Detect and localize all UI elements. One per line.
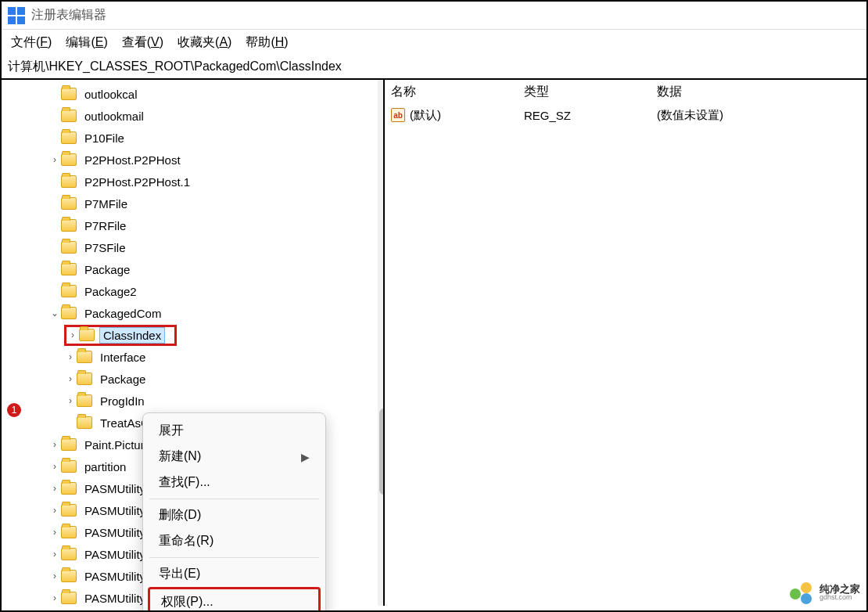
context-menu: 展开 新建(N)▶ 查找(F)... 删除(D) 重命名(R) 导出(E) 权限…	[142, 412, 326, 612]
folder-icon	[61, 504, 77, 517]
chevron-right-icon: ›	[48, 220, 61, 231]
folder-icon	[61, 592, 77, 604]
tree-item[interactable]: ›P7MFile	[2, 193, 375, 214]
tree-item[interactable]: ›outlookmail	[2, 105, 375, 127]
chevron-right-icon[interactable]: ›	[48, 461, 61, 472]
col-data[interactable]: 数据	[657, 84, 860, 100]
cm-new[interactable]: 新建(N)▶	[148, 444, 321, 470]
tree-item-label: PASMUtility	[81, 503, 149, 518]
window-title: 注册表编辑器	[31, 7, 106, 23]
cm-find[interactable]: 查找(F)...	[148, 470, 321, 495]
content-split: ›outlookcal›outlookmail›P10File›P2PHost.…	[2, 80, 866, 606]
tree-item[interactable]: ›Package	[2, 258, 375, 280]
tree-item[interactable]: ›P10File	[2, 127, 375, 149]
tree-item-label: outlookmail	[81, 109, 147, 124]
value-type: REG_SZ	[524, 109, 657, 122]
folder-icon	[61, 175, 77, 188]
folder-icon	[61, 285, 77, 297]
tree-item-label: PackagedCom	[81, 306, 164, 321]
folder-icon	[61, 88, 77, 100]
cm-separator	[149, 557, 319, 558]
menu-bar: 文件(F) 编辑(E) 查看(V) 收藏夹(A) 帮助(H)	[2, 30, 866, 56]
regedit-icon	[8, 7, 25, 24]
cm-delete[interactable]: 删除(D)	[148, 502, 321, 528]
cm-permissions[interactable]: 权限(P)...	[148, 587, 321, 612]
menu-view[interactable]: 查看(V)	[122, 34, 163, 51]
col-name[interactable]: 名称	[391, 84, 524, 100]
tree-item[interactable]: ›P2PHost.P2PHost	[2, 149, 375, 171]
annotation-badge-1: 1	[7, 403, 21, 417]
value-name: (默认)	[410, 108, 441, 123]
tree-item[interactable]: ›P2PHost.P2PHost.1	[2, 171, 375, 193]
tree-item[interactable]: ›P7RFile	[2, 214, 375, 236]
chevron-right-icon: ›	[48, 242, 61, 253]
chevron-right-icon: ▶	[301, 451, 310, 463]
menu-file[interactable]: 文件(F)	[11, 34, 52, 51]
vertical-scrollbar[interactable]	[378, 80, 385, 606]
folder-icon	[61, 263, 77, 275]
tree-item-label: P7MFile	[81, 196, 131, 211]
folder-icon	[61, 153, 77, 166]
list-pane: 名称 类型 数据 ab (默认) REG_SZ (数值未设置)	[385, 80, 866, 606]
address-path: 计算机\HKEY_CLASSES_ROOT\PackagedCom\ClassI…	[8, 59, 342, 73]
tree-item-label: P7RFile	[81, 218, 129, 233]
chevron-right-icon[interactable]: ›	[64, 373, 77, 384]
folder-icon	[61, 438, 77, 451]
tree-item[interactable]: ›Package2	[2, 280, 375, 302]
chevron-right-icon[interactable]: ›	[48, 439, 61, 450]
tree-item-label: P2PHost.P2PHost	[81, 153, 184, 167]
chevron-right-icon: ›	[48, 110, 61, 121]
menu-edit[interactable]: 编辑(E)	[66, 34, 107, 51]
folder-icon	[61, 197, 77, 210]
chevron-right-icon: ›	[48, 286, 61, 297]
tree-item[interactable]: ›ClassIndex	[2, 324, 375, 346]
menu-favorites[interactable]: 收藏夹(A)	[178, 34, 231, 51]
tree-item-label: Interface	[97, 350, 149, 365]
folder-icon	[77, 394, 92, 407]
folder-icon	[61, 460, 77, 473]
chevron-right-icon[interactable]: ›	[64, 351, 77, 362]
list-row[interactable]: ab (默认) REG_SZ (数值未设置)	[385, 103, 866, 127]
chevron-right-icon: ›	[64, 417, 77, 428]
address-bar[interactable]: 计算机\HKEY_CLASSES_ROOT\PackagedCom\ClassI…	[2, 56, 866, 80]
tree-item-label: Package	[81, 262, 133, 277]
tree-item-label: Package	[97, 372, 149, 387]
chevron-right-icon[interactable]: ›	[48, 505, 61, 516]
list-header: 名称 类型 数据	[385, 80, 866, 103]
tree-item[interactable]: ›ProgIdIn	[2, 390, 375, 412]
tree-item-label: PASMUtility	[81, 481, 149, 496]
chevron-right-icon[interactable]: ›	[48, 592, 61, 603]
folder-icon	[61, 110, 77, 122]
tree-item[interactable]: ›outlookcal	[2, 83, 375, 105]
folder-icon	[61, 131, 77, 144]
scrollbar-thumb[interactable]	[379, 409, 385, 495]
watermark-url: gdhst.com	[820, 594, 860, 601]
menu-help[interactable]: 帮助(H)	[246, 34, 288, 51]
tree-item[interactable]: ›Package	[2, 368, 375, 390]
cm-expand[interactable]: 展开	[148, 418, 321, 444]
chevron-right-icon[interactable]: ›	[48, 483, 61, 494]
value-data: (数值未设置)	[657, 108, 860, 123]
tree-item-label: partition	[81, 459, 129, 474]
tree-item[interactable]: ›Interface	[2, 346, 375, 368]
chevron-down-icon[interactable]: ⌄	[48, 308, 61, 319]
tree-item[interactable]: ⌄PackagedCom	[2, 302, 375, 324]
chevron-right-icon[interactable]: ›	[66, 329, 79, 340]
cm-rename[interactable]: 重命名(R)	[148, 528, 321, 554]
chevron-right-icon[interactable]: ›	[48, 154, 61, 165]
chevron-right-icon[interactable]: ›	[64, 395, 77, 406]
cm-export[interactable]: 导出(E)	[148, 561, 321, 587]
chevron-right-icon[interactable]: ›	[48, 571, 61, 581]
tree-item-label: PASMUtility	[81, 525, 149, 540]
cm-separator	[149, 499, 319, 499]
chevron-right-icon[interactable]: ›	[48, 527, 61, 538]
col-type[interactable]: 类型	[524, 84, 657, 100]
tree-item[interactable]: ›P7SFile	[2, 236, 375, 258]
chevron-right-icon: ›	[48, 264, 61, 275]
tree-item-label: PASMUtility	[81, 547, 149, 562]
title-bar: 注册表编辑器	[2, 2, 866, 30]
chevron-right-icon: ›	[48, 176, 61, 187]
chevron-right-icon[interactable]: ›	[48, 549, 61, 560]
tree-item-label: P10File	[81, 131, 127, 146]
folder-icon	[61, 307, 77, 319]
